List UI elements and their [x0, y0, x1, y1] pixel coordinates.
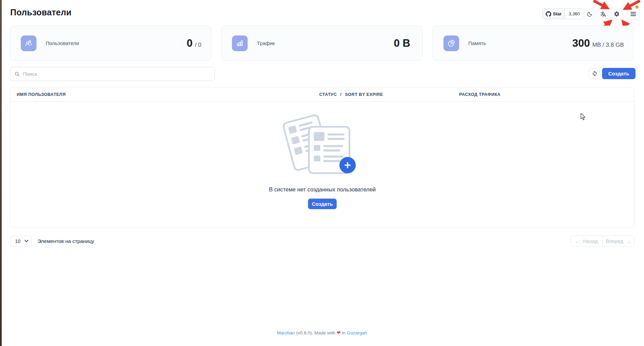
column-header-username[interactable]: ИМЯ ПОЛЬЗОВАТЕЛЯ [17, 87, 66, 102]
card-suffix: MB / 3.8 GB [592, 42, 624, 48]
translate-icon [600, 11, 606, 17]
refresh-button[interactable] [589, 68, 600, 79]
search-icon [14, 71, 20, 77]
users-stat-card: Пользователи 0 / 0 [10, 26, 211, 61]
github-star-segment[interactable]: Star [543, 9, 565, 19]
chevron-down-icon [25, 240, 28, 242]
language-button[interactable] [597, 9, 609, 19]
users-table: ИМЯ ПОЛЬЗОВАТЕЛЯ СТАТУС / SORT BY EXPIRE… [10, 87, 635, 228]
traffic-icon [235, 39, 244, 48]
column-header-status-sort[interactable]: СТАТУС / SORT BY EXPIRE [319, 87, 383, 102]
settings-button[interactable] [611, 9, 623, 19]
add-user-plus-button[interactable] [339, 157, 356, 173]
traffic-stat-card: Трафик 0 B [221, 26, 422, 61]
column-header-traffic[interactable]: РАСХОД ТРАФИКА [459, 87, 500, 102]
heart-icon: ❤ [337, 330, 341, 335]
github-star-button[interactable]: Star 3,360 [542, 9, 584, 19]
card-label: Память [468, 40, 486, 46]
github-star-label: Star [553, 11, 561, 16]
right-arrow-icon: → [626, 238, 631, 244]
stats-cards: Пользователи 0 / 0 Трафик 0 B Память 300 [10, 26, 634, 61]
screen-left-edge [0, 0, 2, 346]
memory-stat-card: Память 300 MB / 3.8 GB [433, 26, 634, 61]
page-size-label: Элементов на страницу [38, 236, 94, 246]
notification-dot [635, 5, 639, 9]
marzban-users-page: Пользователи Star 3,360 [0, 0, 644, 346]
refresh-icon [592, 71, 598, 76]
card-label: Пользователи [46, 40, 79, 46]
next-page-button[interactable]: Вперед → [602, 236, 634, 246]
page-size-value: 10 [15, 239, 20, 244]
marzban-link[interactable]: Marzban [277, 330, 295, 335]
search-box [10, 67, 215, 81]
plus-icon [343, 161, 352, 169]
card-value: 0 [187, 37, 192, 49]
empty-documents-illustration [283, 117, 362, 180]
users-icon [24, 39, 33, 48]
empty-state-message: В системе нет созданных пользователей [269, 186, 376, 193]
github-star-count[interactable]: 3,360 [565, 9, 584, 19]
empty-state: В системе нет созданных пользователей Со… [10, 117, 634, 209]
theme-toggle-button[interactable] [584, 9, 595, 19]
gozargah-link[interactable]: Gozargah [347, 330, 367, 335]
hamburger-icon [630, 12, 636, 16]
card-label: Трафик [257, 40, 275, 46]
arrow-top-left [594, 1, 607, 8]
card-suffix: / 0 [195, 42, 201, 48]
empty-state-create-button[interactable]: Создать [308, 199, 337, 209]
prev-page-button[interactable]: ← Назад [571, 236, 602, 246]
footer: Marzban (v0.6.0), Made with ❤ in Gozarga… [0, 330, 644, 335]
moon-icon [587, 11, 592, 17]
create-button[interactable]: Создать [602, 68, 635, 79]
pager: ← Назад Вперед → [570, 235, 634, 247]
search-input[interactable] [23, 71, 210, 77]
card-value: 300 [572, 37, 590, 49]
page-size-select[interactable]: 10 [10, 236, 32, 246]
github-icon [546, 11, 551, 17]
page-title: Пользователи [10, 8, 72, 17]
footer-text-in: in [342, 330, 346, 335]
card-value: 0 B [394, 37, 410, 49]
table-header-row: ИМЯ ПОЛЬЗОВАТЕЛЯ СТАТУС / SORT BY EXPIRE… [10, 87, 634, 102]
memory-icon [447, 39, 456, 48]
footer-text: (v0.6.0), Made with [296, 330, 335, 335]
left-arrow-icon: ← [575, 238, 581, 244]
menu-button[interactable] [626, 9, 640, 19]
gear-icon [614, 11, 620, 17]
